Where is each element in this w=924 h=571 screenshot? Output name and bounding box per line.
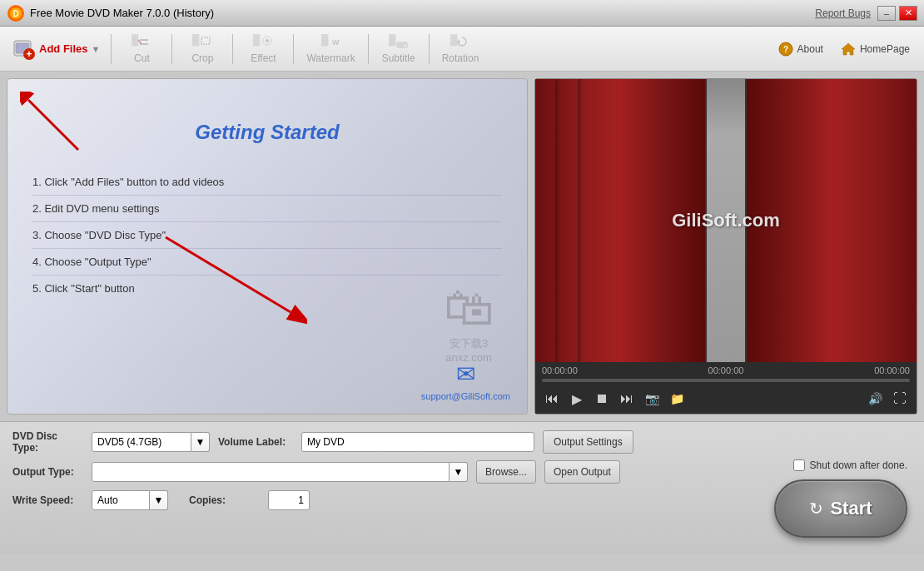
cut-icon [132, 34, 152, 51]
settings-row-1: DVD Disc Type: ▼ Volume Label: Output Se… [12, 430, 912, 454]
svg-rect-16 [255, 36, 258, 44]
svg-rect-8 [133, 36, 137, 44]
output-type-dropdown[interactable]: ▼ [450, 462, 468, 482]
rotation-icon [450, 34, 470, 51]
output-type-label: Output Type: [12, 466, 83, 478]
write-speed-input[interactable] [92, 490, 150, 510]
output-settings-button[interactable]: Output Settings [543, 430, 633, 454]
time-row: 00:00:00 00:00:00 00:00:00 [542, 365, 910, 375]
svg-rect-28 [452, 36, 455, 44]
volume-label-label: Volume Label: [218, 436, 293, 448]
output-type-input[interactable] [92, 462, 450, 482]
svg-text:D: D [12, 9, 18, 18]
watermark-button[interactable]: W Watermark [299, 30, 362, 68]
copies-input[interactable] [268, 490, 310, 510]
arrow-diagonal [157, 229, 307, 331]
crop-button[interactable]: Crop [177, 30, 227, 68]
watermark-icon: W [321, 34, 341, 51]
subtitle-label: Subtitle [382, 52, 415, 64]
folder-button[interactable]: 📁 [667, 389, 687, 409]
write-speed-dropdown[interactable]: ▼ [150, 490, 168, 510]
time-mid: 00:00:00 [708, 365, 744, 375]
time-current: 00:00:00 [542, 365, 578, 375]
add-files-button[interactable]: + Add Files ▼ [7, 30, 106, 68]
write-speed-label: Write Speed: [12, 494, 83, 506]
gilisoft-watermark: GiliSoft.com [672, 210, 780, 231]
crop-label: Crop [191, 52, 213, 64]
toolbar: + Add Files ▼ Cut Crop [0, 27, 924, 72]
volume-button[interactable]: 🔊 [865, 389, 885, 409]
effect-button[interactable]: Effect [238, 30, 288, 68]
svg-rect-14 [201, 37, 210, 44]
subtitle-icon [389, 34, 409, 51]
next-button[interactable]: ⏭ [617, 389, 637, 409]
subtitle-button[interactable]: Subtitle [374, 30, 424, 68]
settings-area: DVD Disc Type: ▼ Volume Label: Output Se… [0, 421, 924, 554]
titlebar-controls: – ✕ [877, 6, 917, 21]
homepage-icon [840, 42, 857, 57]
start-button[interactable]: ↻ Start [774, 479, 907, 538]
video-controls: 00:00:00 00:00:00 00:00:00 ⏮ ▶ ⏹ ⏭ 📷 📁 🔊… [535, 362, 917, 414]
svg-text:?: ? [783, 45, 788, 54]
rotation-label: Rotation [442, 52, 479, 64]
svg-text:+: + [26, 48, 32, 60]
title-text: Free Movie DVD Maker 7.0.0 (History) [30, 7, 214, 19]
homepage-label: HomePage [860, 43, 910, 55]
titlebar-left: D Free Movie DVD Maker 7.0.0 (History) [7, 4, 214, 22]
open-output-button[interactable]: Open Output [544, 460, 620, 484]
titlebar: D Free Movie DVD Maker 7.0.0 (History) R… [0, 0, 924, 27]
step-1: 1. Click "Add Files" button to add video… [32, 169, 502, 196]
progress-bar[interactable] [542, 379, 910, 382]
add-files-icon: + [12, 37, 36, 61]
arrow-top-left [20, 92, 87, 161]
minimize-button[interactable]: – [877, 6, 896, 21]
video-preview: GiliSoft.com [535, 79, 917, 362]
shutdown-label[interactable]: Shut down after done. [810, 459, 907, 471]
shutdown-row: Shut down after done. [793, 459, 907, 471]
add-files-label: Add Files [39, 42, 88, 55]
about-icon: ? [777, 42, 794, 57]
curtain-fold1 [555, 79, 560, 362]
effect-label: Effect [251, 52, 276, 64]
svg-line-36 [166, 237, 291, 312]
svg-text:W: W [332, 38, 340, 47]
add-files-dropdown[interactable]: ▼ [92, 44, 101, 54]
svg-rect-13 [194, 36, 197, 44]
dvd-disc-dropdown[interactable]: ▼ [191, 432, 210, 452]
watermark-label: Watermark [306, 52, 355, 64]
support-email-link[interactable]: support@GiliSoft.com [421, 391, 510, 401]
main-content: Getting Started 1. Click "Add Files" but… [0, 72, 924, 421]
dvd-disc-input[interactable] [92, 432, 191, 452]
screenshot-button[interactable]: 📷 [642, 389, 662, 409]
volume-label-input[interactable] [301, 432, 534, 452]
svg-point-18 [266, 39, 269, 42]
svg-rect-23 [390, 36, 394, 44]
svg-marker-32 [842, 43, 855, 55]
dvd-disc-label: DVD Disc Type: [12, 430, 83, 454]
about-button[interactable]: ? About [770, 34, 831, 64]
fullscreen-button[interactable]: ⛶ [890, 389, 910, 409]
report-bugs-link[interactable]: Report Bugs [815, 7, 871, 19]
time-total: 00:00:00 [874, 365, 910, 375]
shutdown-checkbox[interactable] [793, 459, 805, 471]
svg-marker-29 [458, 39, 460, 44]
rotation-button[interactable]: Rotation [435, 30, 487, 68]
start-button-area: ↻ Start [774, 479, 907, 538]
start-icon: ↻ [809, 499, 823, 519]
svg-line-34 [28, 100, 78, 150]
watermark-subtext: 安下载3 [444, 336, 494, 351]
close-button[interactable]: ✕ [899, 6, 917, 21]
right-panel: GiliSoft.com 00:00:00 00:00:00 00:00:00 … [534, 78, 917, 415]
browse-button[interactable]: Browse... [476, 460, 536, 484]
app-icon: D [7, 4, 25, 22]
play-button[interactable]: ▶ [567, 389, 587, 409]
curtain-fold2 [578, 79, 583, 362]
cut-button[interactable]: Cut [117, 30, 166, 68]
homepage-button[interactable]: HomePage [832, 34, 917, 64]
stop-button[interactable]: ⏹ [592, 389, 612, 409]
step-2: 2. Edit DVD menu settings [32, 196, 502, 222]
left-panel: Getting Started 1. Click "Add Files" but… [7, 78, 528, 415]
crop-icon [192, 34, 212, 51]
prev-button[interactable]: ⏮ [542, 389, 562, 409]
getting-started-title: Getting Started [195, 121, 339, 144]
